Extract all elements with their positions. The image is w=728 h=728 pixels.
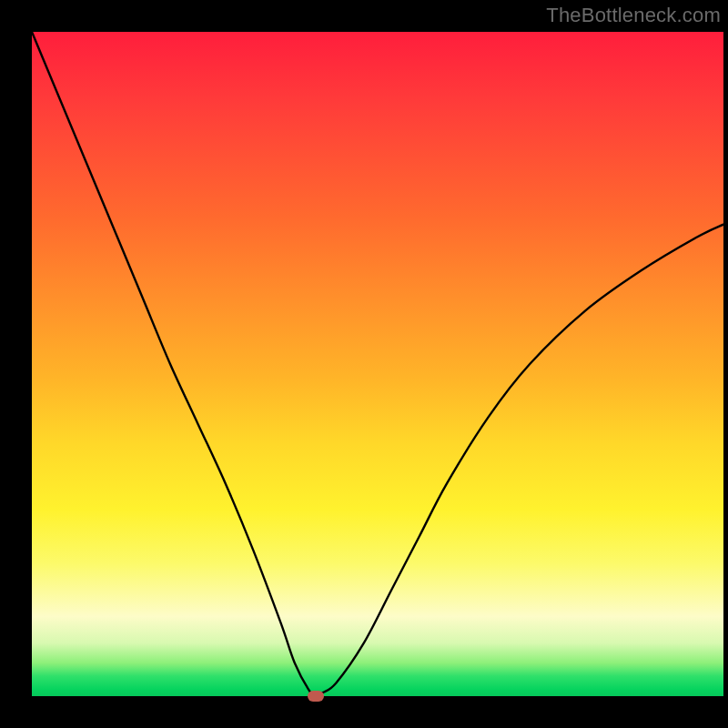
plot-area [32,32,723,696]
watermark-text: TheBottleneck.com [546,4,721,27]
chart-frame: TheBottleneck.com [0,0,728,728]
bottleneck-marker [308,691,324,702]
bottleneck-curve [32,32,723,696]
